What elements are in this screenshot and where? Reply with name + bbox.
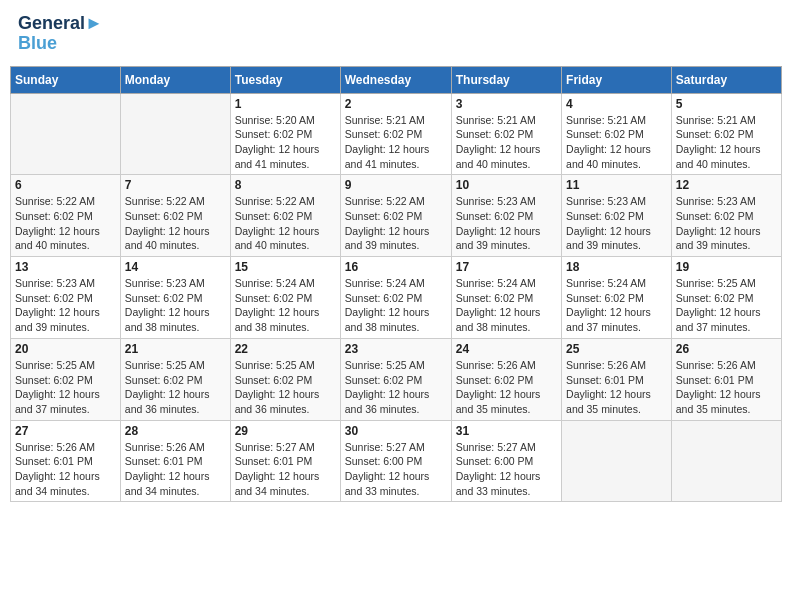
- calendar-cell: 21 Sunrise: 5:25 AMSunset: 6:02 PMDaylig…: [120, 338, 230, 420]
- day-info: Sunrise: 5:22 AMSunset: 6:02 PMDaylight:…: [345, 194, 447, 253]
- day-number: 24: [456, 342, 557, 356]
- calendar-cell: 1 Sunrise: 5:20 AMSunset: 6:02 PMDayligh…: [230, 93, 340, 175]
- day-number: 11: [566, 178, 667, 192]
- calendar-cell: 24 Sunrise: 5:26 AMSunset: 6:02 PMDaylig…: [451, 338, 561, 420]
- calendar-cell: 5 Sunrise: 5:21 AMSunset: 6:02 PMDayligh…: [671, 93, 781, 175]
- calendar-cell: 9 Sunrise: 5:22 AMSunset: 6:02 PMDayligh…: [340, 175, 451, 257]
- day-info: Sunrise: 5:26 AMSunset: 6:01 PMDaylight:…: [15, 440, 116, 499]
- day-info: Sunrise: 5:26 AMSunset: 6:02 PMDaylight:…: [456, 358, 557, 417]
- day-info: Sunrise: 5:27 AMSunset: 6:00 PMDaylight:…: [456, 440, 557, 499]
- day-info: Sunrise: 5:25 AMSunset: 6:02 PMDaylight:…: [345, 358, 447, 417]
- day-info: Sunrise: 5:24 AMSunset: 6:02 PMDaylight:…: [456, 276, 557, 335]
- day-info: Sunrise: 5:21 AMSunset: 6:02 PMDaylight:…: [676, 113, 777, 172]
- day-number: 20: [15, 342, 116, 356]
- calendar-cell: 11 Sunrise: 5:23 AMSunset: 6:02 PMDaylig…: [562, 175, 672, 257]
- calendar-cell: 30 Sunrise: 5:27 AMSunset: 6:00 PMDaylig…: [340, 420, 451, 502]
- day-number: 14: [125, 260, 226, 274]
- logo: General► Blue: [18, 14, 103, 54]
- day-number: 3: [456, 97, 557, 111]
- day-info: Sunrise: 5:23 AMSunset: 6:02 PMDaylight:…: [125, 276, 226, 335]
- calendar-cell: 28 Sunrise: 5:26 AMSunset: 6:01 PMDaylig…: [120, 420, 230, 502]
- calendar-cell: 25 Sunrise: 5:26 AMSunset: 6:01 PMDaylig…: [562, 338, 672, 420]
- day-number: 4: [566, 97, 667, 111]
- calendar-cell: 18 Sunrise: 5:24 AMSunset: 6:02 PMDaylig…: [562, 257, 672, 339]
- day-number: 26: [676, 342, 777, 356]
- day-number: 6: [15, 178, 116, 192]
- calendar-cell: 10 Sunrise: 5:23 AMSunset: 6:02 PMDaylig…: [451, 175, 561, 257]
- day-info: Sunrise: 5:23 AMSunset: 6:02 PMDaylight:…: [15, 276, 116, 335]
- day-info: Sunrise: 5:26 AMSunset: 6:01 PMDaylight:…: [676, 358, 777, 417]
- calendar-cell: [11, 93, 121, 175]
- day-info: Sunrise: 5:21 AMSunset: 6:02 PMDaylight:…: [566, 113, 667, 172]
- day-number: 27: [15, 424, 116, 438]
- calendar-cell: 4 Sunrise: 5:21 AMSunset: 6:02 PMDayligh…: [562, 93, 672, 175]
- weekday-header-wednesday: Wednesday: [340, 66, 451, 93]
- day-number: 23: [345, 342, 447, 356]
- calendar-cell: 3 Sunrise: 5:21 AMSunset: 6:02 PMDayligh…: [451, 93, 561, 175]
- calendar-cell: 31 Sunrise: 5:27 AMSunset: 6:00 PMDaylig…: [451, 420, 561, 502]
- weekday-header-thursday: Thursday: [451, 66, 561, 93]
- page-header: General► Blue: [10, 10, 782, 58]
- day-info: Sunrise: 5:23 AMSunset: 6:02 PMDaylight:…: [566, 194, 667, 253]
- day-info: Sunrise: 5:22 AMSunset: 6:02 PMDaylight:…: [125, 194, 226, 253]
- calendar-cell: 17 Sunrise: 5:24 AMSunset: 6:02 PMDaylig…: [451, 257, 561, 339]
- day-number: 15: [235, 260, 336, 274]
- calendar-cell: 22 Sunrise: 5:25 AMSunset: 6:02 PMDaylig…: [230, 338, 340, 420]
- day-number: 22: [235, 342, 336, 356]
- calendar-cell: 13 Sunrise: 5:23 AMSunset: 6:02 PMDaylig…: [11, 257, 121, 339]
- calendar-cell: 26 Sunrise: 5:26 AMSunset: 6:01 PMDaylig…: [671, 338, 781, 420]
- day-info: Sunrise: 5:25 AMSunset: 6:02 PMDaylight:…: [125, 358, 226, 417]
- calendar-table: SundayMondayTuesdayWednesdayThursdayFrid…: [10, 66, 782, 503]
- day-info: Sunrise: 5:23 AMSunset: 6:02 PMDaylight:…: [676, 194, 777, 253]
- calendar-cell: 23 Sunrise: 5:25 AMSunset: 6:02 PMDaylig…: [340, 338, 451, 420]
- calendar-cell: [562, 420, 672, 502]
- calendar-cell: 29 Sunrise: 5:27 AMSunset: 6:01 PMDaylig…: [230, 420, 340, 502]
- day-info: Sunrise: 5:22 AMSunset: 6:02 PMDaylight:…: [15, 194, 116, 253]
- logo-text: General►: [18, 14, 103, 34]
- day-info: Sunrise: 5:26 AMSunset: 6:01 PMDaylight:…: [125, 440, 226, 499]
- day-info: Sunrise: 5:27 AMSunset: 6:00 PMDaylight:…: [345, 440, 447, 499]
- calendar-cell: 19 Sunrise: 5:25 AMSunset: 6:02 PMDaylig…: [671, 257, 781, 339]
- day-info: Sunrise: 5:21 AMSunset: 6:02 PMDaylight:…: [456, 113, 557, 172]
- day-number: 18: [566, 260, 667, 274]
- day-info: Sunrise: 5:21 AMSunset: 6:02 PMDaylight:…: [345, 113, 447, 172]
- day-number: 16: [345, 260, 447, 274]
- day-number: 10: [456, 178, 557, 192]
- day-number: 19: [676, 260, 777, 274]
- day-number: 28: [125, 424, 226, 438]
- logo-blue: Blue: [18, 34, 103, 54]
- day-info: Sunrise: 5:24 AMSunset: 6:02 PMDaylight:…: [235, 276, 336, 335]
- day-info: Sunrise: 5:22 AMSunset: 6:02 PMDaylight:…: [235, 194, 336, 253]
- calendar-cell: 27 Sunrise: 5:26 AMSunset: 6:01 PMDaylig…: [11, 420, 121, 502]
- day-info: Sunrise: 5:25 AMSunset: 6:02 PMDaylight:…: [15, 358, 116, 417]
- day-number: 21: [125, 342, 226, 356]
- day-number: 31: [456, 424, 557, 438]
- calendar-cell: 6 Sunrise: 5:22 AMSunset: 6:02 PMDayligh…: [11, 175, 121, 257]
- calendar-cell: 15 Sunrise: 5:24 AMSunset: 6:02 PMDaylig…: [230, 257, 340, 339]
- day-info: Sunrise: 5:25 AMSunset: 6:02 PMDaylight:…: [676, 276, 777, 335]
- calendar-cell: 12 Sunrise: 5:23 AMSunset: 6:02 PMDaylig…: [671, 175, 781, 257]
- day-number: 8: [235, 178, 336, 192]
- day-number: 7: [125, 178, 226, 192]
- day-number: 12: [676, 178, 777, 192]
- calendar-cell: 8 Sunrise: 5:22 AMSunset: 6:02 PMDayligh…: [230, 175, 340, 257]
- day-info: Sunrise: 5:26 AMSunset: 6:01 PMDaylight:…: [566, 358, 667, 417]
- day-info: Sunrise: 5:24 AMSunset: 6:02 PMDaylight:…: [566, 276, 667, 335]
- calendar-cell: [671, 420, 781, 502]
- calendar-cell: 2 Sunrise: 5:21 AMSunset: 6:02 PMDayligh…: [340, 93, 451, 175]
- day-info: Sunrise: 5:27 AMSunset: 6:01 PMDaylight:…: [235, 440, 336, 499]
- calendar-cell: 16 Sunrise: 5:24 AMSunset: 6:02 PMDaylig…: [340, 257, 451, 339]
- weekday-header-sunday: Sunday: [11, 66, 121, 93]
- day-number: 1: [235, 97, 336, 111]
- calendar-cell: [120, 93, 230, 175]
- day-info: Sunrise: 5:20 AMSunset: 6:02 PMDaylight:…: [235, 113, 336, 172]
- day-info: Sunrise: 5:23 AMSunset: 6:02 PMDaylight:…: [456, 194, 557, 253]
- day-number: 13: [15, 260, 116, 274]
- weekday-header-tuesday: Tuesday: [230, 66, 340, 93]
- day-info: Sunrise: 5:24 AMSunset: 6:02 PMDaylight:…: [345, 276, 447, 335]
- day-number: 29: [235, 424, 336, 438]
- weekday-header-saturday: Saturday: [671, 66, 781, 93]
- day-number: 2: [345, 97, 447, 111]
- calendar-cell: 7 Sunrise: 5:22 AMSunset: 6:02 PMDayligh…: [120, 175, 230, 257]
- day-number: 25: [566, 342, 667, 356]
